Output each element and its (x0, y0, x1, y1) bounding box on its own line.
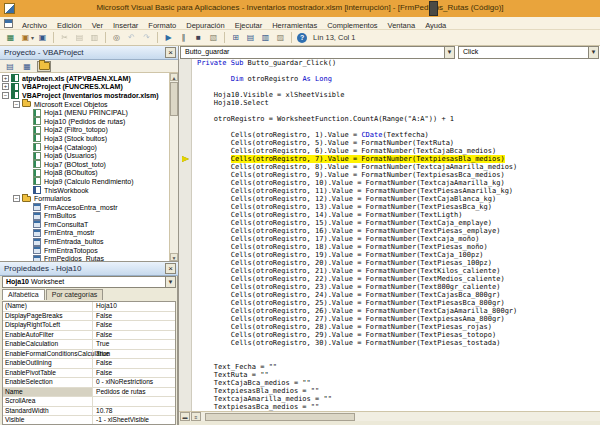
code-line[interactable]: Cells(otroRegistro, 30).Value = FormatNu… (197, 339, 600, 347)
property-value[interactable] (93, 397, 175, 406)
code-line[interactable] (197, 83, 600, 91)
code-line[interactable]: Cells(otroRegistro, 29).Value = FormatNu… (197, 331, 600, 339)
menu-item-herramientas[interactable]: Herramientas (267, 21, 322, 30)
object-combo[interactable]: Butto_guardar ▼ (180, 46, 455, 59)
code-line[interactable]: TextcajaAmarilla_medios = "" (197, 395, 600, 403)
view-code-icon[interactable]: ▤ (3, 61, 17, 72)
code-line[interactable]: Cells(otroRegistro, 22).Value = FormatNu… (197, 275, 600, 283)
code-line[interactable] (197, 123, 600, 131)
code-line[interactable]: Cells(otroRegistro, 15).Value = FormatNu… (197, 219, 600, 227)
expand-icon[interactable]: + (2, 75, 9, 82)
properties-object-selector[interactable]: Hoja10 Worksheet ▼ (2, 276, 176, 288)
code-line[interactable]: TextRuta = "" (197, 371, 600, 379)
horizontal-scrollbar[interactable]: ▬ ≡ (179, 411, 600, 421)
collapse-icon[interactable]: − (13, 101, 20, 108)
property-value[interactable]: -1 - xlSheetVisible (93, 416, 175, 425)
collapse-icon[interactable]: − (13, 195, 20, 202)
code-line[interactable]: otroRegistro = WorksheetFunction.CountA(… (197, 115, 600, 123)
code-line[interactable]: Hoja10.Select (197, 99, 600, 107)
property-value[interactable]: True (93, 350, 175, 359)
break-icon[interactable]: ∥ (177, 32, 190, 44)
tree-item[interactable]: Hoja8 (BObultos) (0, 169, 168, 178)
menu-item-insertar[interactable]: Insertar (108, 21, 143, 30)
property-name[interactable]: Visible (3, 416, 93, 425)
code-line[interactable]: Cells(otroRegistro, 26).Value = FormatNu… (197, 307, 600, 315)
tree-item[interactable]: Hoja1 (MENU PRINCIPAL) (0, 108, 168, 117)
property-name[interactable]: EnableCalculation (3, 340, 93, 349)
property-name[interactable]: (Name) (3, 302, 93, 311)
tree-item[interactable]: Hoja4 (Catalogo) (0, 143, 168, 152)
property-name[interactable]: EnableAutoFilter (3, 331, 93, 340)
scroll-up-icon[interactable]: ▲ (170, 73, 178, 81)
cut-icon[interactable]: ✂ (58, 32, 71, 44)
tree-item[interactable]: +VBAProject (FUNCRES.XLAM) (0, 83, 168, 92)
code-line[interactable]: Cells(otroRegistro, 20).Value = FormatNu… (197, 259, 600, 267)
code-line[interactable] (197, 347, 600, 355)
full-module-view-icon[interactable]: ≡ (191, 412, 201, 421)
code-line[interactable]: Cells(otroRegistro, 16).Value = FormatNu… (197, 227, 600, 235)
project-tree-scrollbar[interactable]: ▲ ▼ (169, 73, 178, 261)
object-browser-icon[interactable]: ▥ (259, 32, 272, 44)
view-object-icon[interactable]: ▦ (20, 61, 34, 72)
property-value[interactable]: 10.78 (93, 407, 175, 416)
tree-item[interactable]: −Microsoft Excel Objetos (0, 100, 168, 109)
menu-item-ejecutar[interactable]: Ejecutar (230, 21, 268, 30)
margin-indicator-bar[interactable] (179, 59, 192, 411)
run-icon[interactable]: ▶ (162, 32, 175, 44)
tab-por-categorias[interactable]: Por categorías (46, 289, 104, 300)
toolbar-overflow-handle[interactable] (429, 1, 438, 16)
code-line[interactable]: Cells(otroRegistro, 18).Value = FormatNu… (197, 243, 600, 251)
property-value[interactable]: False (93, 369, 175, 378)
tree-item[interactable]: +atpvbaen.xls (ATPVBAEN.XLAM) (0, 74, 168, 83)
property-name[interactable]: EnableFormatConditionsCalculation (3, 350, 93, 359)
code-line[interactable]: Cells(otroRegistro, 10).Value = FormatNu… (197, 179, 600, 187)
code-line[interactable]: Cells(otroRegistro, 6).Value = FormatNum… (197, 147, 600, 155)
code-editor[interactable]: Private Sub Butto_guardar_Click() Dim ot… (179, 59, 600, 411)
chevron-down-icon[interactable]: ▼ (444, 47, 454, 58)
property-name[interactable]: ScrollArea (3, 397, 93, 406)
code-line[interactable]: Cells(otroRegistro, 19).Value = FormatNu… (197, 251, 600, 259)
menu-item-ventana[interactable]: Ventana (383, 21, 421, 30)
scrollbar-thumb[interactable] (205, 413, 355, 421)
tree-item[interactable]: FrmEntrada_bultos (0, 237, 168, 246)
property-value[interactable]: False (93, 331, 175, 340)
code-line[interactable]: TextCajaBca_medios = "" (197, 379, 600, 387)
code-line[interactable]: Cells(otroRegistro, 1).Value = CDate(Tex… (197, 131, 600, 139)
code-line[interactable]: Cells(otroRegistro, 27).Value = FormatNu… (197, 315, 600, 323)
tree-item[interactable]: FrmEntra_mostr (0, 229, 168, 238)
code-line[interactable]: Cells(otroRegistro, 28).Value = FormatNu… (197, 323, 600, 331)
code-line[interactable]: Cells(otroRegistro, 17).Value = FormatNu… (197, 235, 600, 243)
code-line[interactable]: Cells(otroRegistro, 12).Value = FormatNu… (197, 195, 600, 203)
property-value[interactable]: False (93, 312, 175, 321)
code-line[interactable]: Cells(otroRegistro, 11).Value = FormatNu… (197, 187, 600, 195)
help-icon[interactable]: ? (297, 33, 307, 43)
property-value[interactable]: False (93, 359, 175, 368)
collapse-icon[interactable]: − (2, 92, 9, 99)
view-excel-icon[interactable]: ▦ (4, 32, 17, 44)
tree-item[interactable]: Hoja7 (BOtost_toto) (0, 160, 168, 169)
toggle-folders-icon[interactable] (37, 61, 51, 72)
code-line[interactable]: Text_Fecha = "" (197, 363, 600, 371)
property-name[interactable]: EnableSelection (3, 378, 93, 387)
property-name[interactable]: DisplayPageBreaks (3, 312, 93, 321)
procedure-view-icon[interactable]: ▬ (180, 412, 190, 421)
tree-item[interactable]: −Formularios (0, 194, 168, 203)
code-line[interactable] (197, 107, 600, 115)
property-name[interactable]: StandardWidth (3, 407, 93, 416)
chevron-down-icon[interactable]: ▼ (588, 47, 598, 58)
code-line[interactable]: Cells(otroRegistro, 7).Value = FormatNum… (197, 155, 600, 163)
tab-alfabetica[interactable]: Alfabética (2, 289, 45, 300)
code-line[interactable]: TextpiesasBca_medios = "" (197, 403, 600, 411)
close-icon[interactable]: × (165, 263, 176, 274)
dropdown-caret-icon[interactable]: ▾ (31, 34, 34, 41)
code-line[interactable]: Dim otroRegistro As Long (197, 75, 600, 83)
code-line[interactable]: Cells(otroRegistro, 14).Value = FormatNu… (197, 211, 600, 219)
code-line[interactable]: Cells(otroRegistro, 8).Value = FormatNum… (197, 163, 600, 171)
code-line[interactable]: Cells(otroRegistro, 24).Value = FormatNu… (197, 291, 600, 299)
expand-icon[interactable]: + (2, 83, 9, 90)
toolbox-icon[interactable]: ▨ (274, 32, 287, 44)
tree-item[interactable]: Hoja10 (Pedidos de rutas) (0, 117, 168, 126)
code-line[interactable]: Cells(otroRegistro, 25).Value = FormatNu… (197, 299, 600, 307)
properties-window-icon[interactable]: ▤ (244, 32, 257, 44)
code-line[interactable]: Hoja10.Visible = xlSheetVisible (197, 91, 600, 99)
